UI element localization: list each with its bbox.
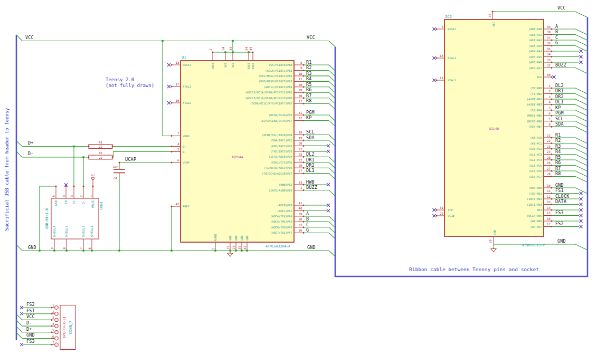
pin-end-dot [436, 215, 438, 217]
net-label: R2 [306, 65, 312, 70]
junction-dot [39, 250, 41, 252]
con1-pin-3[interactable]: 3D+ [70, 186, 75, 205]
wire-segment [304, 103, 335, 109]
conn7-pin-5[interactable]: 5D+ [16, 327, 58, 334]
r2-value: 22 [99, 145, 102, 148]
net-label: A [306, 211, 309, 216]
pin-number: 14 [222, 47, 225, 51]
pin-number: 21 [547, 134, 551, 137]
conn7-pin-6[interactable]: 6GND [16, 332, 58, 340]
c4-ref: C4 [113, 177, 117, 180]
pin-number: 15 [226, 246, 230, 250]
no-connect-icon [581, 215, 582, 216]
gnd-symbol-ic2 [491, 249, 496, 252]
pin-number: 30 [299, 94, 302, 98]
no-connect-icon [581, 56, 582, 58]
pin-number: 39 [299, 213, 302, 216]
pin-number: 33 [547, 59, 551, 62]
pin-number: 7 [177, 132, 179, 135]
r3-value: 22 [99, 156, 102, 159]
resistor-r2[interactable]: R2 22 [89, 141, 112, 149]
con1-pin-5[interactable]: 5GND [52, 186, 58, 206]
pin-number: 39 [547, 25, 551, 28]
pin-number: 30 [547, 73, 551, 76]
pin-name: (PDI/MOSI/PCINT2)PB2 [259, 74, 292, 78]
pin-number: 12 [299, 100, 302, 103]
pin-number: 4 [177, 142, 179, 146]
pin-number: 40 [299, 207, 302, 210]
pin-number: 21 [299, 148, 302, 151]
pin-number: 29 [299, 89, 302, 92]
net-label: PGM [555, 110, 564, 116]
con1-pin-6[interactable]: 6SHELL1 [88, 225, 93, 251]
pin-name: VCC [231, 63, 234, 68]
junction-dot [229, 250, 231, 252]
net-label: DR2 [306, 162, 315, 168]
pin-number: 5 [212, 247, 215, 250]
no-connect-icon [581, 62, 582, 63]
conn7-pin-3[interactable]: 3VCC [16, 314, 58, 321]
net-label: SCL [306, 129, 315, 135]
pin-name: (AD4)PA4 [528, 50, 542, 53]
u1-part-number: ATMEGA32U4-A [266, 244, 290, 248]
resistor-r3[interactable]: R3 22 [89, 151, 112, 159]
pin-number: 20 [489, 240, 492, 243]
pin-number: 26 [547, 161, 551, 165]
con1-pin-8[interactable]: 8SHELL3 [63, 225, 68, 251]
pin-pad-circle [55, 312, 58, 315]
junction-dot [162, 40, 164, 42]
pin-name: (ADC6/TDO)PF6 [270, 226, 292, 229]
pin-end-dot [436, 80, 438, 81]
conn7-pin-7[interactable]: 7FS3 [20, 339, 58, 346]
pin-name: (AD1)PA1 [528, 33, 542, 36]
pin-name: GND [54, 200, 58, 206]
pin-number: 8 [63, 247, 66, 250]
pin-number: 7 [80, 247, 83, 250]
no-connect-icon [328, 151, 329, 152]
pin-end-dot [436, 209, 438, 211]
pin-name: ICP [448, 208, 453, 212]
con1-pin-4[interactable]: 4ID [62, 184, 68, 205]
no-connect-icon [328, 205, 329, 206]
conn7-pin-4[interactable]: 4D- [16, 320, 58, 328]
junction-dot [170, 250, 173, 252]
con1-pin-7[interactable]: 7SHELL2 [80, 225, 85, 251]
con1-pin-2[interactable]: 2D- [80, 186, 85, 205]
conn7-pin-1[interactable]: 1FS2 [20, 302, 58, 309]
pin-number: 34 [547, 53, 551, 56]
pin-name: (A13)PC5 [528, 164, 542, 167]
pin-number: 3 [52, 316, 54, 319]
no-connect-icon [434, 80, 435, 81]
pin-name: (T0/OC4D/ADC10)PD7 [262, 172, 292, 175]
net-label: SDA [306, 135, 315, 140]
pin-number: 24 [245, 47, 248, 51]
net-label-vcc-right: VCC [307, 35, 315, 40]
conn7-pin-2[interactable]: 2FS1 [20, 308, 58, 315]
pin-end-dot [171, 64, 173, 66]
con1-pin-1[interactable]: 1VBUS [89, 186, 94, 208]
pin-end-dot [492, 11, 494, 13]
net-label: D- [26, 320, 32, 325]
pin-number: 1 [89, 195, 92, 197]
pin-number: 13 [176, 61, 179, 64]
conn7-body[interactable]: B7K-PH-K-S1 CONN_7 [60, 305, 75, 350]
pin-number: 37 [299, 224, 302, 227]
no-connect-icon [21, 307, 22, 308]
note-teensy-line2: (not fully drawn) [106, 83, 154, 88]
vcc-power-symbol[interactable]: VCC [91, 174, 96, 187]
pin-end-dot [112, 157, 113, 158]
pin-name: (ICP3/CLK0/OC4A)PC7 [260, 119, 292, 122]
net-label: GND [26, 332, 35, 338]
pin-pad-circle [55, 337, 58, 340]
pin-number: 42 [176, 203, 179, 206]
pin-name: D- [81, 200, 85, 204]
pin-name: (AD3)PA3 [528, 44, 542, 47]
pin-number: 2 [549, 90, 551, 93]
pin-number: 2 [52, 310, 54, 313]
net-label: DL2 [555, 83, 564, 88]
pin-name: XTAL1 [448, 79, 456, 82]
pin-number: 5 [52, 195, 55, 197]
net-label: R2 [555, 138, 561, 143]
pin-end-dot [171, 206, 173, 207]
net-label: SCL [555, 116, 564, 121]
